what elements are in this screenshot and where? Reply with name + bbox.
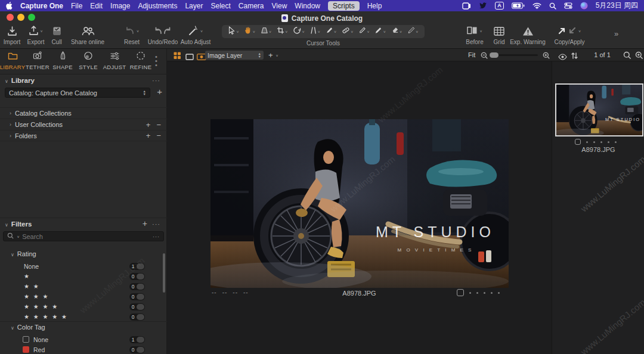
sidebar-scrollbar[interactable]: [163, 253, 165, 293]
layer-selector[interactable]: Image Layer ▲▼: [205, 51, 264, 60]
add-collection-button[interactable]: +: [146, 121, 151, 129]
menu-item-adjustments[interactable]: Adjustments: [138, 2, 177, 10]
siri-icon[interactable]: [580, 2, 588, 10]
library-menu-button[interactable]: ···: [152, 77, 160, 84]
sort-icon[interactable]: [571, 51, 578, 62]
clone-tool[interactable]: ∨: [358, 26, 370, 37]
control-center-icon[interactable]: [564, 2, 572, 9]
menu-item-image[interactable]: Image: [110, 2, 130, 10]
tab-library[interactable]: LIBRARY: [0, 51, 25, 70]
catalog-selector[interactable]: Catalog: Capture One Catalog ▲▼: [5, 88, 150, 98]
menu-item-help[interactable]: Help: [367, 2, 382, 10]
filters-menu-button[interactable]: ···: [152, 221, 160, 228]
zoom-in-icon[interactable]: [543, 51, 550, 62]
cull-button[interactable]: Cull: [48, 25, 66, 45]
menu-item-view[interactable]: View: [272, 2, 287, 10]
draw-mask-tool[interactable]: ∨: [374, 26, 386, 37]
remove-collection-button[interactable]: −: [156, 121, 161, 129]
filter-count-badge[interactable]: 0: [129, 303, 145, 310]
crop-tool[interactable]: ∨: [277, 26, 288, 37]
filter-row-rating-none[interactable]: None 1: [0, 261, 162, 271]
add-folder-button[interactable]: +: [146, 132, 151, 139]
sidebar-item-folders[interactable]: › Folders +−: [0, 130, 167, 141]
sidebar-item-user-collections[interactable]: › User Collections +−: [0, 119, 167, 130]
bird-app-icon[interactable]: [479, 2, 487, 10]
filters-section-header[interactable]: ∨Filters: [5, 221, 32, 228]
reset-button[interactable]: ∨ Reset: [118, 25, 145, 45]
tab-style[interactable]: STYLE: [76, 51, 101, 70]
display-icon[interactable]: [462, 2, 471, 10]
before-button[interactable]: ∨ Before: [459, 25, 490, 45]
rating-dot[interactable]: [498, 292, 500, 294]
zoom-slider-knob[interactable]: [490, 52, 499, 58]
menu-item-camera[interactable]: Camera: [239, 2, 264, 10]
tab-tether[interactable]: TETHER: [25, 51, 50, 70]
input-method-indicator[interactable]: A: [495, 2, 504, 10]
filter-row-colortag-red[interactable]: Red 0: [0, 344, 162, 354]
remove-folder-button[interactable]: −: [156, 132, 161, 139]
share-online-button[interactable]: Share online: [66, 25, 110, 45]
thumbnail-selected[interactable]: MT STUDIO: [555, 83, 643, 136]
rating-dot[interactable]: [593, 141, 595, 143]
filter-count-badge[interactable]: 0: [129, 313, 145, 321]
menu-item-layer[interactable]: Layer: [185, 2, 203, 10]
apple-menu-icon[interactable]: [6, 2, 13, 10]
library-section-header[interactable]: ∨Library: [5, 77, 35, 84]
rating-dot[interactable]: [600, 141, 602, 143]
zoom-out-icon[interactable]: [481, 51, 488, 62]
search-icon[interactable]: [623, 51, 631, 62]
rotate-tool[interactable]: ∨: [293, 26, 305, 37]
menu-item-scripts[interactable]: Scripts: [328, 1, 360, 11]
zoom-mode-label[interactable]: Fit: [468, 51, 475, 58]
filter-row-rating-2[interactable]: ★ ★ 0: [0, 281, 162, 291]
menu-item-file[interactable]: File: [71, 2, 82, 10]
menu-item-edit[interactable]: Edit: [90, 2, 103, 10]
tab-overflow-button[interactable]: •••: [155, 55, 157, 67]
color-tag-group-header[interactable]: ∨Color Tag: [11, 324, 45, 331]
filter-row-colortag-none[interactable]: None 1: [0, 334, 162, 344]
menu-bar-date[interactable]: 5月23日 周四: [596, 1, 638, 11]
tab-adjust[interactable]: ADJUST: [102, 51, 127, 70]
rating-dot[interactable]: [469, 292, 471, 294]
heal-tool[interactable]: ∨: [342, 26, 354, 37]
rating-dot[interactable]: [615, 141, 617, 143]
filter-count-badge[interactable]: 0: [129, 293, 145, 300]
gradient-mask-tool[interactable]: ∨: [407, 26, 419, 37]
rating-dot[interactable]: [586, 141, 588, 143]
import-button[interactable]: Import: [1, 25, 23, 45]
filter-count-badge[interactable]: 0: [129, 273, 145, 280]
filter-row-rating-1[interactable]: ★ 0: [0, 271, 162, 281]
color-tag-box[interactable]: [575, 139, 581, 145]
tab-refine[interactable]: REFINE: [128, 51, 153, 70]
wifi-icon[interactable]: [532, 2, 541, 9]
filter-row-rating-4[interactable]: ★ ★ ★ ★ 0: [0, 302, 162, 312]
spot-tool[interactable]: ∨: [326, 26, 337, 37]
filter-count-badge[interactable]: 0: [129, 346, 145, 353]
filter-count-badge[interactable]: 1: [129, 263, 145, 270]
filter-count-badge[interactable]: 1: [129, 336, 145, 343]
magnify-plus-icon[interactable]: [635, 51, 643, 62]
battery-icon[interactable]: [512, 2, 525, 9]
rating-group-header[interactable]: ∨Rating: [11, 250, 36, 257]
export-button[interactable]: ∨ Export: [24, 25, 48, 45]
add-layer-button[interactable]: +: [268, 51, 273, 60]
rating-dot[interactable]: [491, 292, 493, 294]
rating-dot[interactable]: [476, 292, 478, 294]
add-catalog-button[interactable]: +: [157, 88, 162, 95]
add-filter-button[interactable]: +: [143, 220, 147, 228]
menu-item-app[interactable]: Capture One: [20, 2, 63, 10]
copy-apply-button[interactable]: ∨ Copy/Apply: [550, 25, 589, 45]
multi-view-icon[interactable]: [174, 51, 181, 62]
main-photo[interactable]: MT STUDIO M O V I E T I M E S: [210, 119, 509, 288]
color-tag-box[interactable]: [457, 289, 464, 296]
zoom-slider[interactable]: [489, 54, 538, 56]
search-options-button[interactable]: ···: [153, 234, 160, 240]
undo-redo-button[interactable]: Undo/Redo: [147, 25, 179, 45]
loupe-tool[interactable]: ∨: [261, 26, 272, 37]
search-input[interactable]: [22, 233, 150, 240]
menu-item-select[interactable]: Select: [210, 2, 230, 10]
select-tool[interactable]: ∨: [228, 26, 239, 37]
menu-item-window[interactable]: Window: [295, 2, 320, 10]
filter-count-badge[interactable]: 0: [129, 283, 145, 290]
rating-dot[interactable]: [484, 292, 485, 294]
